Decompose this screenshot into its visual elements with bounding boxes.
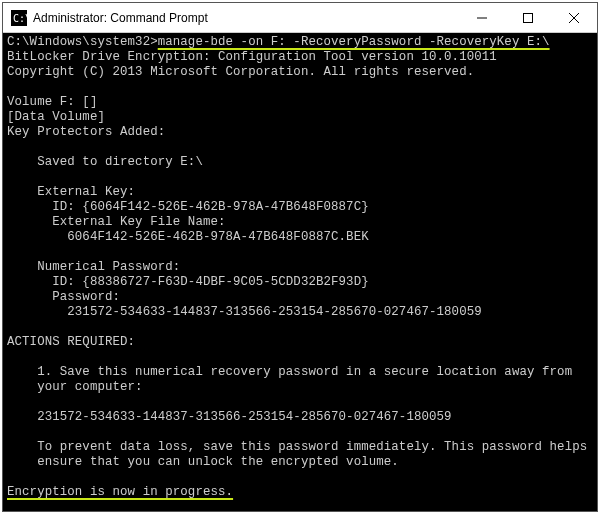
output-line: Copyright (C) 2013 Microsoft Corporation… xyxy=(7,65,474,79)
cmd-icon: C:\ xyxy=(11,10,27,26)
output-line: ACTIONS REQUIRED: xyxy=(7,335,135,349)
output-line: BitLocker Drive Encryption: Configuratio… xyxy=(7,50,497,64)
output-line: ID: {6064F142-526E-462B-978A-47B648F0887… xyxy=(7,200,369,214)
prompt-path: C:\Windows\system32> xyxy=(7,35,158,49)
output-line: Password: xyxy=(7,290,120,304)
output-line: Key Protectors Added: xyxy=(7,125,165,139)
svg-rect-3 xyxy=(524,13,533,22)
minimize-button[interactable] xyxy=(459,3,505,32)
output-line: [Data Volume] xyxy=(7,110,105,124)
status-line: Encryption is now in progress. xyxy=(7,485,233,499)
entered-command: manage-bde -on F: -RecoveryPassword -Rec… xyxy=(158,35,550,49)
output-line: 231572-534633-144837-313566-253154-28567… xyxy=(7,410,452,424)
output-line: External Key File Name: xyxy=(7,215,226,229)
output-line: 1. Save this numerical recovery password… xyxy=(7,365,572,379)
window-controls xyxy=(459,3,597,32)
maximize-button[interactable] xyxy=(505,3,551,32)
output-line: your computer: xyxy=(7,380,143,394)
output-line: 231572-534633-144837-313566-253154-28567… xyxy=(7,305,482,319)
output-line: Numerical Password: xyxy=(7,260,180,274)
svg-text:C:\: C:\ xyxy=(13,13,27,24)
output-line: Volume F: [] xyxy=(7,95,97,109)
output-line: ID: {88386727-F63D-4DBF-9C05-5CDD32B2F93… xyxy=(7,275,369,289)
output-line: 6064F142-526E-462B-978A-47B648F0887C.BEK xyxy=(7,230,369,244)
command-prompt-window: C:\ Administrator: Command Prompt C:\Win… xyxy=(2,2,598,512)
output-line: Saved to directory E:\ xyxy=(7,155,203,169)
output-line: External Key: xyxy=(7,185,135,199)
output-line: ensure that you can unlock the encrypted… xyxy=(7,455,399,469)
output-line: To prevent data loss, save this password… xyxy=(7,440,587,454)
close-button[interactable] xyxy=(551,3,597,32)
terminal-output[interactable]: C:\Windows\system32>manage-bde -on F: -R… xyxy=(3,33,597,511)
window-title: Administrator: Command Prompt xyxy=(33,11,459,25)
title-bar[interactable]: C:\ Administrator: Command Prompt xyxy=(3,3,597,33)
